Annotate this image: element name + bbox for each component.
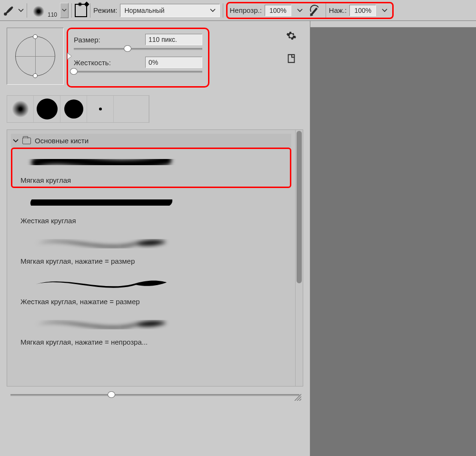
size-input[interactable]: 110 пикс.	[145, 34, 202, 45]
tool-preset-dropdown[interactable]	[18, 9, 24, 12]
brush-picker-panel: Размер: 110 пикс. Жесткость: 0%	[0, 21, 310, 456]
preview-size-slider[interactable]	[10, 394, 299, 396]
divider	[90, 3, 90, 18]
brush-size-indicator: 110	[48, 11, 57, 18]
brush-group-title: Основные кисти	[35, 137, 89, 145]
brush-stroke-preview	[20, 312, 182, 335]
divider	[27, 3, 27, 18]
brush-list-item[interactable]: Мягкая круглая, нажатие = размер	[11, 228, 291, 269]
brush-item-label: Жесткая круглая	[20, 217, 289, 225]
blend-mode-value: Нормальный	[124, 7, 164, 14]
resize-grip-icon[interactable]	[293, 392, 301, 401]
brush-item-label: Мягкая круглая, нажатие = размер	[20, 257, 289, 265]
arrow-right-icon	[67, 52, 72, 60]
divider	[326, 3, 326, 18]
hardness-label: Жесткость:	[74, 59, 111, 67]
brush-list-item[interactable]: Мягкая круглая, нажатие = непрозра...	[11, 309, 291, 350]
recent-brush-strip	[7, 95, 149, 123]
brush-item-label: Мягкая круглая	[20, 176, 289, 184]
flow-input[interactable]: 100%	[349, 5, 376, 16]
opacity-label: Непрозр.:	[229, 6, 261, 14]
hardness-input[interactable]: 0%	[145, 57, 202, 68]
brush-stroke-preview	[20, 231, 182, 254]
brush-stroke-preview	[20, 191, 182, 214]
opacity-input[interactable]: 100%	[265, 5, 291, 16]
brush-picker-dropdown[interactable]	[60, 3, 69, 18]
chevron-down-icon	[210, 9, 216, 12]
flow-dropdown[interactable]	[379, 5, 390, 16]
gear-icon[interactable]	[286, 30, 297, 41]
size-slider[interactable]	[74, 48, 202, 50]
options-toolbar: 110 Режим: Нормальный Непрозр.: 100% Наж…	[0, 0, 476, 21]
divider	[71, 3, 72, 18]
canvas[interactable]	[310, 28, 476, 456]
blend-mode-select[interactable]: Нормальный	[120, 4, 220, 17]
recent-brush-item[interactable]	[34, 96, 60, 122]
recent-brush-empty	[114, 96, 149, 122]
flow-label: Наж.:	[329, 6, 347, 14]
document-area	[310, 21, 476, 456]
recent-brush-item[interactable]	[60, 96, 87, 122]
brush-stroke-preview	[20, 272, 182, 295]
brush-stroke-preview	[20, 150, 182, 173]
opacity-dropdown[interactable]	[294, 5, 306, 16]
brush-list-item[interactable]: Мягкая круглая	[11, 148, 291, 188]
brush-list-item[interactable]: Жесткая круглая, нажатие = размер	[11, 269, 291, 309]
brush-tool-icon[interactable]	[3, 4, 15, 17]
hardness-slider[interactable]	[74, 71, 202, 73]
size-label: Размер:	[74, 36, 100, 44]
recent-brush-item[interactable]	[87, 96, 114, 122]
svg-point-0	[4, 12, 7, 16]
brush-preset-preview[interactable]: 110	[30, 2, 57, 19]
divider	[223, 3, 223, 18]
blend-mode-label: Режим:	[93, 6, 117, 14]
brush-item-label: Мягкая круглая, нажатие = непрозра...	[20, 338, 289, 346]
brush-list-item[interactable]: Жесткая круглая	[11, 188, 291, 228]
brush-group-header[interactable]: Основные кисти	[11, 134, 291, 148]
opacity-flow-highlight: Непрозр.: 100% Наж.: 100%	[226, 2, 394, 19]
brush-list: Основные кисти Мягкая круглая Жесткая кр…	[7, 130, 295, 386]
brush-panel-toggle-icon[interactable]	[75, 4, 87, 17]
recent-brush-item[interactable]	[7, 96, 34, 122]
scrollbar[interactable]	[295, 130, 303, 386]
size-hardness-highlight: Размер: 110 пикс. Жесткость: 0%	[67, 28, 209, 88]
pressure-opacity-icon[interactable]	[308, 3, 323, 18]
new-preset-icon[interactable]	[286, 53, 297, 64]
brush-item-label: Жесткая круглая, нажатие = размер	[20, 297, 289, 306]
folder-icon	[22, 138, 31, 144]
chevron-down-icon	[13, 139, 19, 143]
brush-tip-angle-widget[interactable]	[7, 28, 64, 85]
